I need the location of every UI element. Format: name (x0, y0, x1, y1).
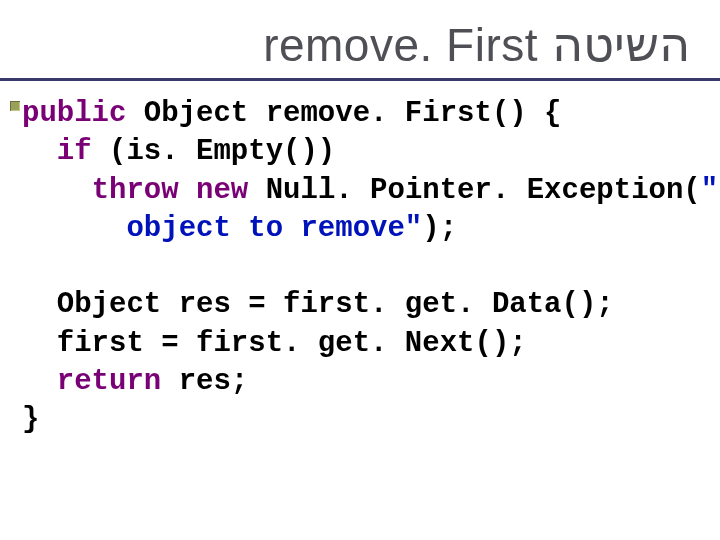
kw-new: new (196, 174, 248, 207)
title-latin: remove. First (263, 18, 538, 72)
code-text: ); (422, 212, 457, 245)
bullet-icon (10, 101, 20, 111)
code-text: (is. Empty()) (92, 135, 336, 168)
title-underline (0, 78, 720, 81)
code-text: Object remove. First() { (126, 97, 561, 130)
kw-throw: throw (92, 174, 179, 207)
string-literal: object to remove" (126, 212, 422, 245)
string-literal: "No (701, 174, 720, 207)
code-block: public Object remove. First() { if (is. … (22, 95, 720, 439)
code-text: Null. Pointer. Exception( (248, 174, 700, 207)
kw-if: if (57, 135, 92, 168)
code-text: Object res = first. get. Data(); (57, 288, 614, 321)
code-text: res; (161, 365, 248, 398)
title-hebrew: השיטה (552, 16, 690, 72)
slide: remove. First השיטה public Object remove… (0, 0, 720, 540)
code-text: first = first. get. Next(); (57, 327, 527, 360)
slide-title: remove. First השיטה (0, 0, 720, 72)
code-text: } (22, 403, 39, 436)
kw-public: public (22, 97, 126, 130)
kw-return: return (57, 365, 161, 398)
